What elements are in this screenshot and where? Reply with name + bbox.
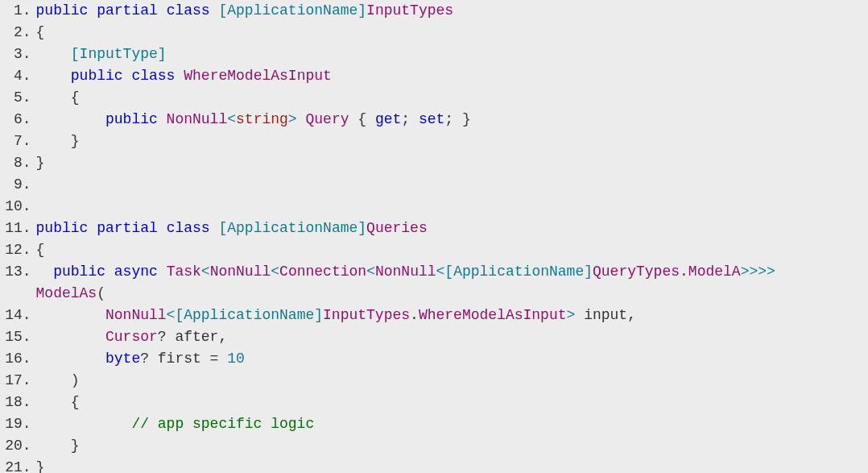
line-content: { xyxy=(36,87,868,109)
line-content: ModelAs( xyxy=(36,283,868,305)
line-content: } xyxy=(36,152,868,174)
line-content: } xyxy=(36,131,868,152)
code-row: 7. } xyxy=(0,131,868,152)
line-number: 21. xyxy=(0,457,36,473)
line-number: 12. xyxy=(0,239,36,261)
line-number: 10. xyxy=(0,196,36,218)
line-number: 1. xyxy=(0,0,36,22)
code-row: 21.} xyxy=(0,457,868,473)
code-row: 2.{ xyxy=(0,22,868,44)
code-row: 4. public class WhereModelAsInput xyxy=(0,65,868,87)
line-content: public class WhereModelAsInput xyxy=(36,65,868,87)
code-row: 6. public NonNull<string> Query { get; s… xyxy=(0,109,868,131)
code-row: 13. public async Task<NonNull<Connection… xyxy=(0,261,868,283)
line-number: 13. xyxy=(0,261,36,283)
code-row: 15. Cursor? after, xyxy=(0,326,868,348)
code-row: 17. ) xyxy=(0,370,868,392)
line-content: { xyxy=(36,22,868,44)
line-content: byte? first = 10 xyxy=(36,348,868,370)
line-number: 8. xyxy=(0,152,36,174)
code-row: 20. } xyxy=(0,435,868,457)
line-number: 5. xyxy=(0,87,36,109)
line-content: { xyxy=(36,392,868,413)
line-number: 16. xyxy=(0,348,36,370)
line-number: 3. xyxy=(0,44,36,65)
code-row: 12.{ xyxy=(0,239,868,261)
line-content: NonNull<[ApplicationName]InputTypes.Wher… xyxy=(36,305,868,326)
code-row: 14. NonNull<[ApplicationName]InputTypes.… xyxy=(0,305,868,326)
line-content: [InputType] xyxy=(36,44,868,65)
line-content: public async Task<NonNull<Connection<Non… xyxy=(36,261,868,283)
code-row: 9. xyxy=(0,174,868,196)
code-row: 11.public partial class [ApplicationName… xyxy=(0,218,868,239)
line-number: 14. xyxy=(0,305,36,326)
line-content xyxy=(36,174,868,196)
line-number: 9. xyxy=(0,174,36,196)
line-number: 6. xyxy=(0,109,36,131)
line-number: 20. xyxy=(0,435,36,457)
line-content: } xyxy=(36,435,868,457)
line-content: { xyxy=(36,239,868,261)
code-row: 18. { xyxy=(0,392,868,413)
line-content: } xyxy=(36,457,868,473)
line-number: 7. xyxy=(0,131,36,152)
line-content xyxy=(36,196,868,218)
line-content: // app specific logic xyxy=(36,413,868,435)
line-content: ) xyxy=(36,370,868,392)
line-number: 15. xyxy=(0,326,36,348)
line-number: 11. xyxy=(0,218,36,239)
line-content: public partial class [ApplicationName]In… xyxy=(36,0,868,22)
code-row: 10. xyxy=(0,196,868,218)
line-content: public partial class [ApplicationName]Qu… xyxy=(36,218,868,239)
line-number: 19. xyxy=(0,413,36,435)
line-number: 4. xyxy=(0,65,36,87)
code-block: 1.public partial class [ApplicationName]… xyxy=(0,0,868,473)
code-row: 3. [InputType] xyxy=(0,44,868,65)
code-row: ModelAs( xyxy=(0,283,868,305)
line-content: Cursor? after, xyxy=(36,326,868,348)
code-row: 8.} xyxy=(0,152,868,174)
line-number: 17. xyxy=(0,370,36,392)
code-row: 5. { xyxy=(0,87,868,109)
line-number xyxy=(0,283,36,305)
line-content: public NonNull<string> Query { get; set;… xyxy=(36,109,868,131)
code-row: 1.public partial class [ApplicationName]… xyxy=(0,0,868,22)
code-row: 16. byte? first = 10 xyxy=(0,348,868,370)
line-number: 2. xyxy=(0,22,36,44)
line-number: 18. xyxy=(0,392,36,413)
code-row: 19. // app specific logic xyxy=(0,413,868,435)
